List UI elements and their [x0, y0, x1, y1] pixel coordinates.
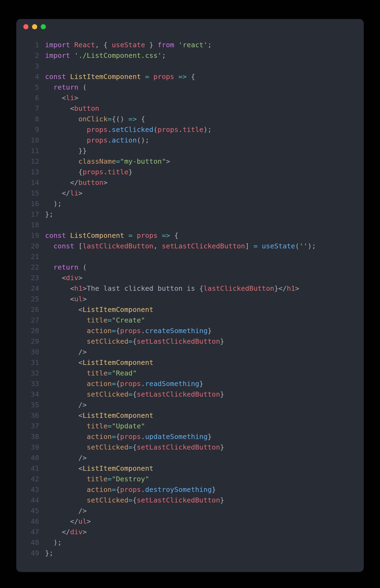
code-line[interactable]: 6 <li>: [23, 93, 353, 103]
code-line[interactable]: 27 title="Create": [23, 315, 353, 325]
code-line[interactable]: 1import React, { useState } from 'react'…: [23, 40, 353, 50]
code-line[interactable]: 41 <ListItemComponent: [23, 463, 353, 474]
line-content[interactable]: return (: [45, 262, 353, 273]
line-content[interactable]: />: [45, 347, 353, 357]
code-line[interactable]: 14 </button>: [23, 177, 353, 188]
code-line[interactable]: 4const ListItemComponent = props => {: [23, 71, 353, 82]
code-line[interactable]: 34 setClicked={setLastClickedButton}: [23, 389, 353, 400]
line-content[interactable]: action={props.updateSomething}: [45, 431, 353, 442]
line-content[interactable]: <li>: [45, 93, 353, 103]
line-content[interactable]: const ListComponent = props => {: [45, 230, 353, 241]
line-content[interactable]: <ListItemComponent: [45, 357, 353, 368]
line-content[interactable]: return (: [45, 82, 353, 93]
line-content[interactable]: );: [45, 537, 353, 548]
line-content[interactable]: />: [45, 453, 353, 463]
code-line[interactable]: 31 <ListItemComponent: [23, 357, 353, 368]
code-line[interactable]: 49};: [23, 548, 353, 558]
code-line[interactable]: 44 setClicked={setLastClickedButton}: [23, 495, 353, 505]
code-line[interactable]: 7 <button: [23, 103, 353, 114]
line-content[interactable]: action={props.readSomething}: [45, 378, 353, 389]
line-content[interactable]: import React, { useState } from 'react';: [45, 40, 353, 50]
code-line[interactable]: 45 />: [23, 505, 353, 516]
line-content[interactable]: <ListItemComponent: [45, 463, 353, 474]
line-content[interactable]: onClick={() => {: [45, 114, 353, 124]
code-line[interactable]: 33 action={props.readSomething}: [23, 378, 353, 389]
code-line[interactable]: 8 onClick={() => {: [23, 114, 353, 124]
code-line[interactable]: 5 return (: [23, 82, 353, 93]
line-content[interactable]: title="Destroy": [45, 474, 353, 484]
line-content[interactable]: {props.title}: [45, 167, 353, 177]
line-content[interactable]: }}: [45, 146, 353, 156]
minimize-icon[interactable]: [32, 24, 37, 29]
code-line[interactable]: 39 setClicked={setLastClickedButton}: [23, 442, 353, 453]
line-content[interactable]: const ListItemComponent = props => {: [45, 71, 353, 82]
close-icon[interactable]: [23, 24, 28, 29]
line-content[interactable]: <div>: [45, 273, 353, 283]
code-line[interactable]: 19const ListComponent = props => {: [23, 230, 353, 241]
line-content[interactable]: props.setClicked(props.title);: [45, 124, 353, 135]
code-line[interactable]: 2import './ListComponent.css';: [23, 50, 353, 61]
line-content[interactable]: title="Read": [45, 368, 353, 378]
line-content[interactable]: </ul>: [45, 516, 353, 527]
code-line[interactable]: 35 />: [23, 400, 353, 410]
code-line[interactable]: 18: [23, 220, 353, 230]
code-line[interactable]: 26 <ListItemComponent: [23, 304, 353, 315]
code-line[interactable]: 16 );: [23, 198, 353, 209]
code-line[interactable]: 13 {props.title}: [23, 167, 353, 177]
line-content[interactable]: import './ListComponent.css';: [45, 50, 353, 61]
code-editor[interactable]: 1import React, { useState } from 'react'…: [16, 34, 364, 564]
line-content[interactable]: setClicked={setLastClickedButton}: [45, 336, 353, 347]
code-line[interactable]: 30 />: [23, 347, 353, 357]
code-line[interactable]: 32 title="Read": [23, 368, 353, 378]
line-content[interactable]: };: [45, 548, 353, 558]
line-content[interactable]: [45, 61, 353, 71]
code-line[interactable]: 36 <ListItemComponent: [23, 410, 353, 421]
code-line[interactable]: 46 </ul>: [23, 516, 353, 527]
line-content[interactable]: );: [45, 198, 353, 209]
line-content[interactable]: </div>: [45, 527, 353, 537]
code-line[interactable]: 43 action={props.destroySomething}: [23, 484, 353, 495]
line-content[interactable]: [45, 251, 353, 262]
line-content[interactable]: </li>: [45, 188, 353, 198]
code-line[interactable]: 17};: [23, 209, 353, 220]
code-line[interactable]: 23 <div>: [23, 273, 353, 283]
code-line[interactable]: 38 action={props.updateSomething}: [23, 431, 353, 442]
line-content[interactable]: <button: [45, 103, 353, 114]
line-content[interactable]: [45, 220, 353, 230]
code-line[interactable]: 25 <ul>: [23, 294, 353, 304]
line-content[interactable]: const [lastClickedButton, setLastClicked…: [45, 241, 353, 251]
code-line[interactable]: 42 title="Destroy": [23, 474, 353, 484]
code-line[interactable]: 3: [23, 61, 353, 71]
maximize-icon[interactable]: [41, 24, 46, 29]
line-content[interactable]: title="Create": [45, 315, 353, 325]
code-line[interactable]: 11 }}: [23, 146, 353, 156]
code-line[interactable]: 28 action={props.createSomething}: [23, 325, 353, 336]
code-line[interactable]: 37 title="Update": [23, 421, 353, 431]
line-content[interactable]: setClicked={setLastClickedButton}: [45, 495, 353, 505]
line-content[interactable]: />: [45, 505, 353, 516]
code-line[interactable]: 40 />: [23, 453, 353, 463]
code-line[interactable]: 15 </li>: [23, 188, 353, 198]
line-content[interactable]: <ListItemComponent: [45, 410, 353, 421]
code-line[interactable]: 10 props.action();: [23, 135, 353, 146]
line-content[interactable]: <ul>: [45, 294, 353, 304]
line-content[interactable]: </button>: [45, 177, 353, 188]
code-line[interactable]: 24 <h1>The last clicked button is {lastC…: [23, 283, 353, 294]
line-content[interactable]: <ListItemComponent: [45, 304, 353, 315]
line-content[interactable]: action={props.createSomething}: [45, 325, 353, 336]
line-content[interactable]: <h1>The last clicked button is {lastClic…: [45, 283, 353, 294]
line-content[interactable]: setClicked={setLastClickedButton}: [45, 442, 353, 453]
code-line[interactable]: 9 props.setClicked(props.title);: [23, 124, 353, 135]
code-line[interactable]: 21: [23, 251, 353, 262]
line-content[interactable]: className="my-button">: [45, 156, 353, 167]
line-content[interactable]: action={props.destroySomething}: [45, 484, 353, 495]
line-content[interactable]: title="Update": [45, 421, 353, 431]
code-line[interactable]: 48 );: [23, 537, 353, 548]
line-content[interactable]: };: [45, 209, 353, 220]
line-content[interactable]: />: [45, 400, 353, 410]
code-line[interactable]: 47 </div>: [23, 527, 353, 537]
code-line[interactable]: 22 return (: [23, 262, 353, 273]
line-content[interactable]: setClicked={setLastClickedButton}: [45, 389, 353, 400]
code-line[interactable]: 20 const [lastClickedButton, setLastClic…: [23, 241, 353, 251]
code-line[interactable]: 12 className="my-button">: [23, 156, 353, 167]
